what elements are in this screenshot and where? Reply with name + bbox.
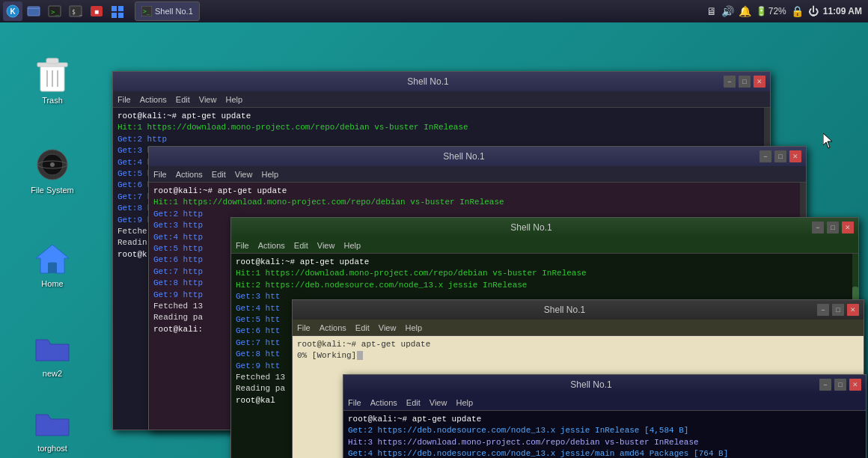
titlebar-3[interactable]: Shell No.1 − □ ✕: [231, 218, 858, 237]
win1-maximize[interactable]: □: [739, 76, 751, 88]
lock-icon[interactable]: 🔒: [791, 5, 804, 17]
titlebar-2[interactable]: Shell No.1 − □ ✕: [149, 147, 806, 166]
taskbar-files-icon[interactable]: [24, 1, 43, 21]
win3-minimize[interactable]: −: [812, 222, 824, 233]
menu-edit-5[interactable]: Edit: [406, 398, 421, 407]
term-line: root@kali:~# apt-get update: [153, 186, 801, 197]
term-line: root@kali:~# apt-get update: [297, 339, 859, 350]
win4-minimize[interactable]: −: [817, 304, 829, 316]
menu-view-3[interactable]: View: [317, 241, 335, 250]
desktop-icon-new2[interactable]: new2: [22, 327, 82, 382]
menu-edit-2[interactable]: Edit: [212, 170, 226, 179]
term-line: root@kali:~# apt-get update: [236, 257, 854, 268]
menu-help-4[interactable]: Help: [405, 323, 422, 332]
terminal-window-5: Shell No.1 − □ ✕ File Actions Edit View …: [343, 374, 867, 458]
win1-controls: − □ ✕: [724, 76, 765, 88]
battery-percent: 72%: [768, 6, 786, 16]
win2-minimize[interactable]: −: [760, 150, 771, 162]
win5-close[interactable]: ✕: [849, 379, 861, 391]
new2-label: new2: [43, 369, 62, 379]
trash-label: Trash: [42, 96, 63, 106]
torghost-label: torghost: [37, 444, 67, 454]
term-line: root@kali:~# apt-get update: [117, 111, 765, 122]
win2-close[interactable]: ✕: [789, 150, 801, 162]
titlebar-1[interactable]: Shell No.1 − □ ✕: [113, 72, 770, 91]
volume-icon[interactable]: 🔊: [721, 5, 734, 17]
terminal-title-2: Shell No.1: [168, 151, 760, 162]
menu-edit-3[interactable]: Edit: [294, 241, 308, 250]
menu-help-3[interactable]: Help: [343, 241, 361, 250]
win4-close[interactable]: ✕: [847, 304, 859, 316]
svg-rect-10: [111, 6, 117, 11]
svg-rect-11: [118, 6, 123, 11]
desktop-icon-torghost[interactable]: torghost: [22, 402, 82, 457]
menu-edit-4[interactable]: Edit: [355, 323, 370, 332]
win5-maximize[interactable]: □: [834, 379, 846, 391]
term-line: root@kali:~# apt-get update: [348, 414, 861, 425]
desktop-icon-trash[interactable]: Trash: [22, 54, 82, 109]
menu-actions-5[interactable]: Actions: [370, 398, 397, 407]
menu-actions-3[interactable]: Actions: [258, 241, 285, 250]
menu-help-1[interactable]: Help: [225, 95, 242, 104]
menu-view-2[interactable]: View: [235, 170, 253, 179]
titlebar-5[interactable]: Shell No.1 − □ ✕: [343, 375, 866, 394]
home-label: Home: [41, 279, 63, 289]
mouse-cursor: [823, 133, 835, 153]
taskbar: K >_ $ _ ■: [0, 0, 868, 22]
taskbar-terminal2-icon[interactable]: $ _: [66, 1, 85, 21]
taskbar-red-icon[interactable]: ■: [87, 1, 106, 21]
taskbar-kali-icon[interactable]: K: [3, 1, 22, 21]
svg-marker-28: [823, 133, 832, 148]
power-icon[interactable]: ⏻: [808, 5, 819, 17]
menu-view-5[interactable]: View: [430, 398, 447, 407]
torghost-folder-icon: [34, 405, 70, 441]
menubar-3: File Actions Edit View Help: [231, 237, 858, 254]
menu-file-2[interactable]: File: [153, 170, 167, 179]
menubar-5: File Actions Edit View Help: [343, 394, 866, 411]
term-line: Hit:1 https://download.mono-project.com/…: [153, 197, 801, 208]
win3-controls: − □ ✕: [812, 222, 854, 233]
menu-file-1[interactable]: File: [117, 95, 131, 104]
win2-controls: − □ ✕: [760, 150, 801, 162]
taskbar-terminal-icon[interactable]: >_: [45, 1, 64, 21]
terminal-title-3: Shell No.1: [251, 222, 812, 233]
desktop-icon-filesystem[interactable]: File System: [22, 144, 82, 198]
win2-maximize[interactable]: □: [774, 150, 786, 162]
svg-text:>_: >_: [51, 8, 59, 16]
win3-close[interactable]: ✕: [842, 222, 854, 233]
menu-actions-2[interactable]: Actions: [176, 170, 203, 179]
menu-actions-4[interactable]: Actions: [320, 323, 346, 332]
bell-icon[interactable]: 🔔: [739, 5, 751, 17]
titlebar-4[interactable]: Shell No.1 − □ ✕: [293, 300, 864, 320]
svg-text:K: K: [10, 7, 16, 16]
win3-maximize[interactable]: □: [827, 222, 839, 233]
term-line: Hit:3 https://download.mono-project.com/…: [348, 437, 861, 448]
menu-view-4[interactable]: View: [379, 323, 397, 332]
menu-edit-1[interactable]: Edit: [176, 95, 190, 104]
terminal-body-5[interactable]: root@kali:~# apt-get update Get:2 https:…: [343, 411, 866, 458]
trash-icon: [34, 57, 70, 93]
term-line: Get:2 https://deb.nodesource.com/node_13…: [348, 425, 861, 436]
menu-file-5[interactable]: File: [348, 398, 361, 407]
menu-help-5[interactable]: Help: [456, 398, 473, 407]
menu-actions-1[interactable]: Actions: [140, 95, 167, 104]
win5-minimize[interactable]: −: [819, 379, 831, 391]
menu-help-2[interactable]: Help: [261, 170, 278, 179]
win1-close[interactable]: ✕: [754, 76, 765, 88]
win1-minimize[interactable]: −: [724, 76, 736, 88]
term-line: Hit:2 https://deb.nodesource.com/node_13…: [236, 280, 854, 291]
taskbar-shell-button[interactable]: >_ Shell No.1: [135, 1, 200, 21]
menu-file-4[interactable]: File: [297, 323, 311, 332]
svg-point-24: [50, 162, 55, 167]
taskbar-win-icon[interactable]: [108, 1, 127, 21]
desktop-icon-home[interactable]: Home: [22, 237, 82, 292]
monitor-icon[interactable]: 🖥: [706, 5, 717, 17]
new2-folder-icon: [34, 330, 70, 366]
menu-view-1[interactable]: View: [199, 95, 217, 104]
battery-indicator: 🔋 72%: [756, 6, 786, 16]
term-line: Hit:1 https://download.mono-project.com/…: [117, 122, 765, 133]
terminal-title-5: Shell No.1: [363, 379, 819, 390]
menu-file-3[interactable]: File: [236, 241, 249, 250]
cursor: [357, 351, 363, 360]
win4-maximize[interactable]: □: [832, 304, 844, 316]
